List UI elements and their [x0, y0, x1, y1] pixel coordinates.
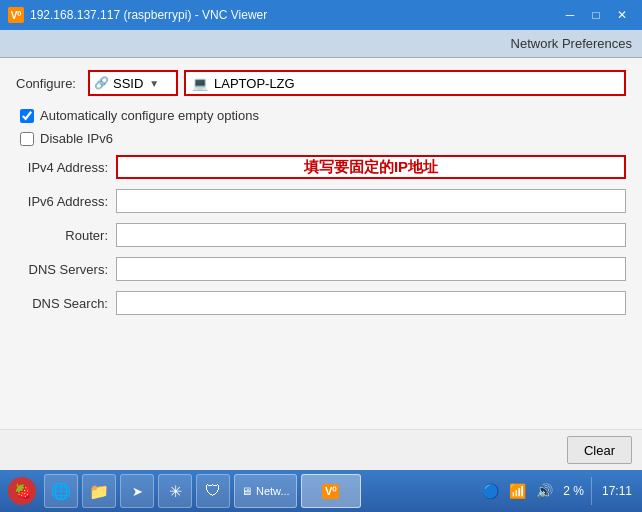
- taskbar-network-app[interactable]: 🖥 Netw...: [234, 474, 297, 508]
- router-input[interactable]: [116, 223, 626, 247]
- ipv6-row: IPv6 Address:: [16, 188, 626, 214]
- ipv6-input[interactable]: [116, 189, 626, 213]
- taskbar-vnc-app[interactable]: V⁰: [301, 474, 361, 508]
- router-row: Router:: [16, 222, 626, 248]
- globe-icon: 🌐: [51, 482, 71, 501]
- auto-configure-label: Automatically configure empty options: [40, 108, 259, 123]
- vnc-icon: V⁰: [8, 7, 24, 23]
- shield-icon: 🛡: [205, 482, 221, 500]
- auto-configure-row: Automatically configure empty options: [16, 108, 626, 123]
- network-tray-icon[interactable]: 📶: [506, 481, 529, 501]
- taskbar: 🍓 🌐 📁 ➤ ✳ 🛡 🖥 Netw... V⁰ 🔵 📶 🔊 2 % 17:11: [0, 470, 642, 512]
- start-button[interactable]: 🍓: [4, 474, 40, 508]
- folder-icon: 📁: [89, 482, 109, 501]
- ipv4-wrapper: 填写要固定的IP地址: [116, 155, 626, 179]
- disable-ipv6-row: Disable IPv6: [16, 131, 626, 146]
- window-controls: ─ □ ✕: [558, 5, 634, 25]
- window-title: 192.168.137.117 (raspberrypi) - VNC View…: [30, 8, 267, 22]
- dialog-title: Network Preferences: [511, 36, 632, 51]
- dns-search-row: DNS Search:: [16, 290, 626, 316]
- dns-servers-input[interactable]: [116, 257, 626, 281]
- button-row: Clear: [0, 429, 642, 470]
- dialog-header: Network Preferences: [0, 30, 642, 58]
- clock: 17:11: [596, 483, 638, 500]
- taskbar-globe-button[interactable]: 🌐: [44, 474, 78, 508]
- maximize-button[interactable]: □: [584, 5, 608, 25]
- dropdown-arrow-icon: ▼: [149, 78, 159, 89]
- ipv6-label: IPv6 Address:: [16, 194, 116, 209]
- window-content: Network Preferences Configure: 🔗 SSID ▼ …: [0, 30, 642, 470]
- auto-configure-checkbox[interactable]: [20, 109, 34, 123]
- burst-icon: ✳: [169, 482, 182, 501]
- dns-search-label: DNS Search:: [16, 296, 116, 311]
- taskbar-tray: 🔵 📶 🔊 2 % 17:11: [479, 477, 638, 505]
- laptop-field: 💻 LAPTOP-LZG: [184, 70, 626, 96]
- tray-divider: [591, 477, 592, 505]
- ipv4-row: IPv4 Address: 填写要固定的IP地址: [16, 154, 626, 180]
- network-app-label: Netw...: [256, 485, 290, 497]
- ipv4-input[interactable]: [116, 155, 626, 179]
- laptop-icon: 💻: [192, 76, 208, 91]
- taskbar-burst-button[interactable]: ✳: [158, 474, 192, 508]
- ssid-dropdown[interactable]: 🔗 SSID ▼: [88, 70, 178, 96]
- taskbar-folder-button[interactable]: 📁: [82, 474, 116, 508]
- bluetooth-icon[interactable]: 🔵: [479, 481, 502, 501]
- laptop-value: LAPTOP-LZG: [214, 76, 295, 91]
- taskbar-shield-button[interactable]: 🛡: [196, 474, 230, 508]
- terminal-icon: ➤: [132, 484, 143, 499]
- disable-ipv6-checkbox[interactable]: [20, 132, 34, 146]
- disable-ipv6-label: Disable IPv6: [40, 131, 113, 146]
- ssid-icon: 🔗: [94, 76, 109, 90]
- dns-servers-row: DNS Servers:: [16, 256, 626, 282]
- minimize-button[interactable]: ─: [558, 5, 582, 25]
- taskbar-terminal-button[interactable]: ➤: [120, 474, 154, 508]
- close-button[interactable]: ✕: [610, 5, 634, 25]
- volume-icon[interactable]: 🔊: [533, 481, 556, 501]
- ipv4-label: IPv4 Address:: [16, 160, 116, 175]
- title-bar: V⁰ 192.168.137.117 (raspberrypi) - VNC V…: [0, 0, 642, 30]
- network-app-icon: 🖥: [241, 485, 252, 497]
- configure-row: Configure: 🔗 SSID ▼ 💻 LAPTOP-LZG: [16, 70, 626, 96]
- title-bar-left: V⁰ 192.168.137.117 (raspberrypi) - VNC V…: [8, 7, 267, 23]
- configure-label: Configure:: [16, 76, 88, 91]
- battery-percent: 2 %: [560, 482, 587, 500]
- router-label: Router:: [16, 228, 116, 243]
- raspberry-icon: 🍓: [8, 477, 36, 505]
- dns-servers-label: DNS Servers:: [16, 262, 116, 277]
- ssid-option: SSID: [113, 76, 143, 91]
- clear-button[interactable]: Clear: [567, 436, 632, 464]
- vnc-app-icon: V⁰: [322, 484, 339, 499]
- dns-search-input[interactable]: [116, 291, 626, 315]
- form-area: Configure: 🔗 SSID ▼ 💻 LAPTOP-LZG Automat…: [0, 58, 642, 429]
